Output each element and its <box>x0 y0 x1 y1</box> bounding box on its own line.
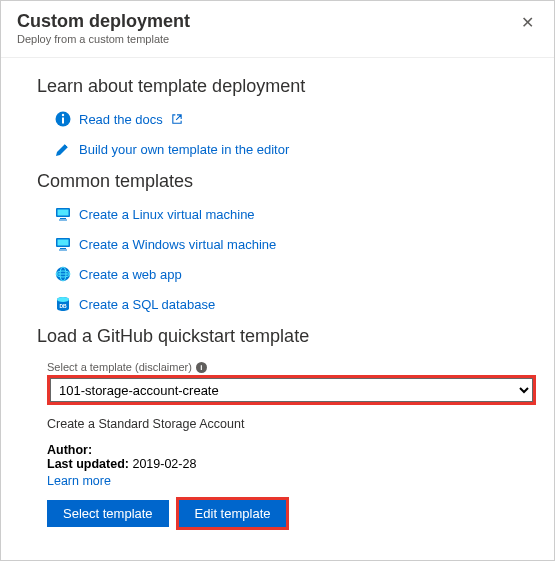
web-app-icon <box>55 266 71 282</box>
svg-rect-8 <box>58 240 69 246</box>
svg-rect-5 <box>60 218 66 219</box>
info-icon <box>55 111 71 127</box>
link-label: Read the docs <box>79 112 163 127</box>
external-link-icon <box>172 114 182 124</box>
info-tooltip-icon[interactable]: i <box>196 362 207 373</box>
author-label: Author: <box>47 443 92 457</box>
svg-rect-4 <box>58 210 69 216</box>
link-label: Create a SQL database <box>79 297 215 312</box>
updated-label: Last updated: <box>47 457 129 471</box>
select-template-button[interactable]: Select template <box>47 500 169 527</box>
link-create-linux-vm[interactable]: Create a Linux virtual machine <box>55 206 530 222</box>
template-select-highlight: 101-storage-account-create <box>47 375 536 405</box>
link-label: Create a Windows virtual machine <box>79 237 276 252</box>
section-heading-github: Load a GitHub quickstart template <box>37 326 530 347</box>
close-button[interactable]: ✕ <box>517 11 538 34</box>
svg-rect-9 <box>60 248 66 249</box>
svg-point-2 <box>62 114 64 116</box>
svg-point-16 <box>57 297 69 302</box>
svg-rect-6 <box>59 220 67 221</box>
link-label: Build your own template in the editor <box>79 142 289 157</box>
link-create-sql-db[interactable]: DB Create a SQL database <box>55 296 530 312</box>
template-description: Create a Standard Storage Account <box>47 417 530 431</box>
svg-text:DB: DB <box>59 303 67 309</box>
blade-subtitle: Deploy from a custom template <box>17 33 517 45</box>
link-create-windows-vm[interactable]: Create a Windows virtual machine <box>55 236 530 252</box>
svg-rect-10 <box>59 250 67 251</box>
blade-title: Custom deployment <box>17 11 517 32</box>
link-label: Create a Linux virtual machine <box>79 207 255 222</box>
vm-icon <box>55 206 71 222</box>
link-label: Create a web app <box>79 267 182 282</box>
select-template-label: Select a template (disclaimer) <box>47 361 192 373</box>
database-icon: DB <box>55 296 71 312</box>
learn-more-link[interactable]: Learn more <box>47 474 111 488</box>
pencil-icon <box>55 141 71 157</box>
link-create-web-app[interactable]: Create a web app <box>55 266 530 282</box>
edit-template-button[interactable]: Edit template <box>179 500 287 527</box>
updated-value: 2019-02-28 <box>132 457 196 471</box>
section-heading-common: Common templates <box>37 171 530 192</box>
vm-icon <box>55 236 71 252</box>
link-build-template[interactable]: Build your own template in the editor <box>55 141 530 157</box>
link-read-docs[interactable]: Read the docs <box>55 111 530 127</box>
template-select[interactable]: 101-storage-account-create <box>50 378 533 402</box>
section-heading-learn: Learn about template deployment <box>37 76 530 97</box>
svg-rect-1 <box>62 118 64 124</box>
